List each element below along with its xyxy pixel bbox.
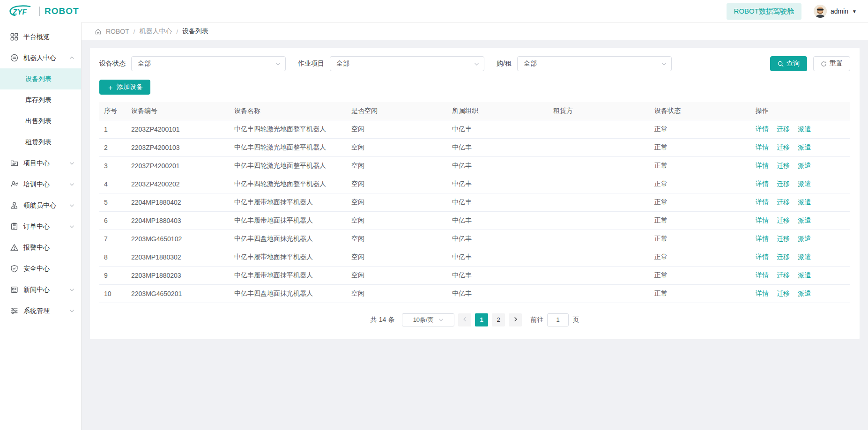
user-menu[interactable]: admin ▼ (814, 5, 857, 18)
page-number-buttons: 12 (475, 313, 505, 326)
chevron-right-icon (513, 316, 518, 323)
search-button[interactable]: 查询 (770, 56, 807, 71)
table-cell: 正常 (650, 284, 751, 303)
sidebar-item-platform-overview[interactable]: 平台概览 (0, 26, 81, 47)
table-cell: 中亿丰 (447, 284, 549, 303)
table-cell-actions: 详情迁移派遣 (751, 230, 850, 248)
table-cell: 2204MP1880403 (126, 211, 230, 230)
sidebar-item-training-center[interactable]: 培训中心 (0, 174, 81, 195)
page-button-1[interactable]: 1 (475, 313, 488, 326)
sidebar-subitem-sale-list[interactable]: 出售列表 (0, 111, 81, 132)
dispatch-link[interactable]: 派遣 (798, 125, 811, 133)
pagination: 共 14 条 10条/页 12 前往 页 (99, 313, 850, 326)
table-cell: 2203MG4650102 (126, 230, 230, 248)
migrate-link[interactable]: 迁移 (777, 253, 790, 260)
dispatch-link[interactable]: 派遣 (798, 143, 811, 151)
detail-link[interactable]: 详情 (756, 216, 769, 224)
table-cell: 7 (99, 230, 126, 248)
sidebar-item-order-center[interactable]: 订单中心 (0, 216, 81, 237)
detail-link[interactable]: 详情 (756, 271, 769, 279)
reset-button[interactable]: 重置 (813, 56, 850, 71)
table-cell: 中亿丰四盘地面抹光机器人 (230, 284, 347, 303)
page-button-2[interactable]: 2 (492, 313, 505, 326)
table-cell-actions: 详情迁移派遣 (751, 175, 850, 193)
goto-page-input[interactable] (547, 313, 569, 326)
sidebar-subitem-device-list[interactable]: 设备列表 (0, 68, 81, 89)
breadcrumb-item-device-list: 设备列表 (182, 27, 208, 36)
device-table-body: 12203ZP4200101中亿丰四轮激光地面整平机器人空闲中亿丰正常详情迁移派… (99, 120, 850, 303)
sidebar-item-security-center[interactable]: 安全中心 (0, 258, 81, 279)
migrate-link[interactable]: 迁移 (777, 143, 790, 151)
migrate-link[interactable]: 迁移 (777, 125, 790, 133)
column-header-lessee: 租赁方 (549, 102, 650, 120)
dispatch-link[interactable]: 派遣 (798, 235, 811, 242)
buy-rent-select[interactable]: 全部 (517, 56, 672, 71)
table-cell: 中亿丰四轮激光地面整平机器人 (230, 175, 347, 193)
migrate-link[interactable]: 迁移 (777, 271, 790, 279)
table-cell (549, 156, 650, 175)
table-cell: 空闲 (347, 120, 447, 138)
dispatch-link[interactable]: 派遣 (798, 289, 811, 297)
dispatch-link[interactable]: 派遣 (798, 253, 811, 260)
dispatch-link[interactable]: 派遣 (798, 216, 811, 224)
breadcrumb-item-robot-center[interactable]: 机器人中心 (139, 27, 172, 36)
data-cockpit-button[interactable]: ROBOT数据驾驶舱 (727, 3, 801, 20)
dispatch-link[interactable]: 派遣 (798, 162, 811, 169)
migrate-link[interactable]: 迁移 (777, 198, 790, 206)
detail-link[interactable]: 详情 (756, 180, 769, 187)
table-cell: 3 (99, 156, 126, 175)
sidebar-item-news-center[interactable]: 新闻中心 (0, 279, 81, 300)
dispatch-link[interactable]: 派遣 (798, 271, 811, 279)
sidebar-item-label: 订单中心 (23, 222, 50, 231)
sidebar-submenu-robot-center: 设备列表 库存列表 出售列表 租赁列表 (0, 68, 81, 153)
table-cell: 中亿丰四轮激光地面整平机器人 (230, 138, 347, 156)
table-cell: 中亿丰 (447, 266, 549, 284)
chevron-down-icon (69, 161, 74, 166)
detail-link[interactable]: 详情 (756, 143, 769, 151)
table-cell: 空闲 (347, 284, 447, 303)
dispatch-link[interactable]: 派遣 (798, 180, 811, 187)
table-header-row: 序号 设备编号 设备名称 是否空闲 所属组织 租赁方 设备状态 操作 (99, 102, 850, 120)
migrate-link[interactable]: 迁移 (777, 216, 790, 224)
filter-bar: 设备状态 全部 作业项目 全部 购/租 (99, 56, 850, 71)
news-icon (10, 286, 18, 294)
next-page-button[interactable] (509, 313, 522, 326)
dispatch-link[interactable]: 派遣 (798, 198, 811, 206)
table-cell-actions: 详情迁移派遣 (751, 120, 850, 138)
table-cell: 2203ZP4200201 (126, 156, 230, 175)
sidebar-item-project-center[interactable]: 项目中心 (0, 153, 81, 174)
migrate-link[interactable]: 迁移 (777, 162, 790, 169)
sidebar-item-system-management[interactable]: 系统管理 (0, 300, 81, 321)
table-row: 62204MP1880403中亿丰履带地面抹平机器人空闲中亿丰正常详情迁移派遣 (99, 211, 850, 230)
migrate-link[interactable]: 迁移 (777, 235, 790, 242)
table-cell: 2204MP1880402 (126, 193, 230, 211)
sidebar-item-robot-center[interactable]: 机器人中心 (0, 47, 81, 68)
sidebar-item-label: 项目中心 (23, 159, 50, 168)
detail-link[interactable]: 详情 (756, 198, 769, 206)
reset-button-label: 重置 (830, 59, 843, 68)
detail-link[interactable]: 详情 (756, 162, 769, 169)
table-cell: 空闲 (347, 175, 447, 193)
project-select[interactable]: 全部 (330, 56, 484, 71)
add-device-button[interactable]: ＋ 添加设备 (99, 80, 150, 95)
breadcrumb-item-robot[interactable]: ROBOT (106, 28, 129, 35)
detail-link[interactable]: 详情 (756, 125, 769, 133)
sidebar-item-pilot-center[interactable]: 领航员中心 (0, 195, 81, 216)
migrate-link[interactable]: 迁移 (777, 289, 790, 297)
device-status-select[interactable]: 全部 (131, 56, 286, 71)
sidebar-subitem-lease-list[interactable]: 租赁列表 (0, 132, 81, 153)
detail-link[interactable]: 详情 (756, 289, 769, 297)
detail-link[interactable]: 详情 (756, 235, 769, 242)
home-icon[interactable] (95, 28, 102, 35)
prev-page-button[interactable] (458, 313, 471, 326)
sidebar-item-label: 报警中心 (23, 244, 50, 252)
table-row: 22203ZP4200103中亿丰四轮激光地面整平机器人空闲中亿丰正常详情迁移派… (99, 138, 850, 156)
table-cell-actions: 详情迁移派遣 (751, 248, 850, 266)
table-cell (549, 266, 650, 284)
sidebar-item-alarm-center[interactable]: 报警中心 (0, 237, 81, 258)
sidebar-subitem-inventory-list[interactable]: 库存列表 (0, 89, 81, 111)
detail-link[interactable]: 详情 (756, 253, 769, 260)
user-avatar (814, 5, 827, 18)
page-size-select[interactable]: 10条/页 (402, 313, 454, 326)
migrate-link[interactable]: 迁移 (777, 180, 790, 187)
